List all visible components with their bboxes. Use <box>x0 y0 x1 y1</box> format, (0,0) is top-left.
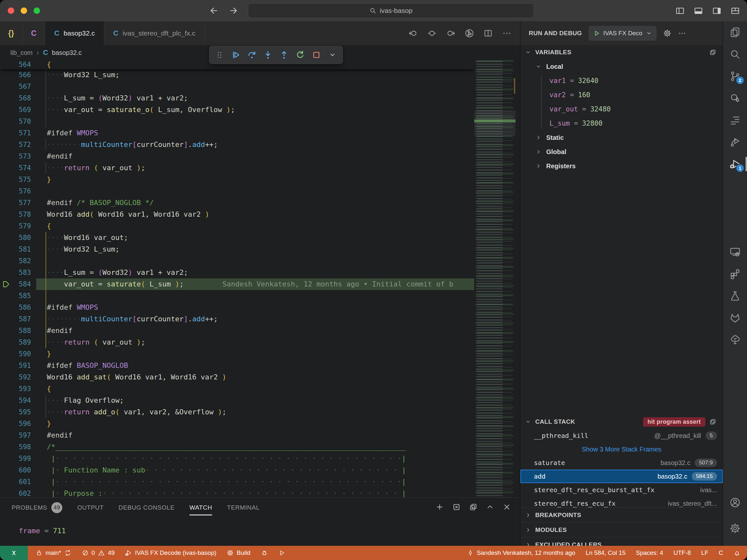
code-line[interactable]: 594····Flag Overflow; <box>0 394 474 406</box>
code-line[interactable]: 574····return ( var_out ); <box>0 162 474 174</box>
section-actions-icon[interactable] <box>709 49 716 56</box>
line-number[interactable]: 588 <box>0 325 31 336</box>
settings-gear-icon[interactable] <box>723 517 747 539</box>
line-number[interactable]: 567 <box>0 81 31 92</box>
line-number[interactable]: 598 <box>0 441 31 453</box>
debug-more-actions-icon[interactable] <box>678 29 686 37</box>
code-line[interactable]: 573#endif <box>0 151 474 162</box>
line-number[interactable]: 587 <box>0 313 31 325</box>
source-control-icon[interactable]: 2 <box>723 65 747 87</box>
line-number[interactable]: 572 <box>0 139 31 151</box>
build-status[interactable]: Build <box>227 549 250 556</box>
line-number[interactable]: 579 <box>0 220 31 232</box>
indentation[interactable]: Spaces: 4 <box>636 549 663 556</box>
stack-frame-saturate[interactable]: saturatebasop32.c507:9 <box>520 456 723 469</box>
code-editor[interactable]: 564{ 566····Word32 L_sum;567568····L_sum… <box>0 60 520 498</box>
line-number[interactable]: 575 <box>0 174 31 185</box>
variable-row[interactable]: var1 = 32640 <box>520 74 723 88</box>
line-number[interactable]: 592 <box>0 372 31 383</box>
split-editor-icon[interactable] <box>483 28 493 38</box>
line-number[interactable]: 597 <box>0 430 31 441</box>
line-number[interactable]: 581 <box>0 244 31 255</box>
history-back-icon[interactable] <box>209 6 219 16</box>
panel-chevron-up-icon[interactable] <box>486 503 494 511</box>
navigate-forward-icon[interactable] <box>446 28 456 38</box>
minimap[interactable] <box>474 60 516 498</box>
code-line[interactable]: 602 |· Purpose :· · · · · · · · · · · · … <box>0 488 474 498</box>
line-number[interactable]: 601 <box>0 476 31 488</box>
line-number[interactable]: 570 <box>0 116 31 127</box>
variables-scope-static[interactable]: Static <box>520 130 723 145</box>
code-line[interactable]: 584····var_out = saturate( L_sum );Sande… <box>0 278 474 290</box>
code-line[interactable]: 598/*___________________________________… <box>0 441 474 453</box>
explorer-icon[interactable] <box>723 21 747 43</box>
toggle-secondary-sidebar-icon[interactable] <box>712 6 721 16</box>
notifications[interactable] <box>733 549 741 556</box>
variables-section-header[interactable]: VARIABLES <box>520 45 723 59</box>
code-line[interactable]: 569····var_out = saturate_o( L_sum, Over… <box>0 104 474 116</box>
navigate-back-icon[interactable] <box>408 28 418 38</box>
eol[interactable]: LF <box>701 549 708 556</box>
code-line[interactable]: 585 <box>0 290 474 302</box>
line-number[interactable]: 600 <box>0 464 31 476</box>
code-line[interactable]: 597#endif <box>0 430 474 441</box>
navigate-position-icon[interactable] <box>427 28 437 38</box>
variables-scope-registers[interactable]: Registers <box>520 159 723 173</box>
code-line[interactable]: 600 |· Function Name : sub· · · · · · · … <box>0 464 474 476</box>
debug-config-dropdown[interactable]: IVAS FX Deco <box>589 26 656 41</box>
section-excluded-callers[interactable]: EXCLUDED CALLERS <box>520 537 723 546</box>
code-line[interactable]: 589····return ( var_out ); <box>0 336 474 348</box>
line-number[interactable]: 596 <box>0 418 31 430</box>
section-breakpoints[interactable]: BREAKPOINTS <box>520 507 723 522</box>
code-line[interactable]: 592Word16 add_sat( Word16 var1, Word16 v… <box>0 372 474 383</box>
code-line[interactable]: 588#endif <box>0 325 474 336</box>
editor-scrollbar[interactable] <box>516 60 520 498</box>
code-line[interactable]: 599 |· · · · · · · · · · · · · · · · · ·… <box>0 453 474 464</box>
line-number[interactable]: 580 <box>0 232 31 244</box>
variable-row[interactable]: var_out = 32480 <box>520 102 723 116</box>
line-number[interactable]: 574 <box>0 162 31 174</box>
toolbar-chevron-icon[interactable] <box>328 50 337 60</box>
start-debug-icon[interactable] <box>593 30 600 37</box>
stack-frame-__pthread_kill[interactable]: __pthread_kill@__pthread_kill5 <box>520 429 723 442</box>
line-number[interactable]: 590 <box>0 348 31 360</box>
line-number[interactable]: 569 <box>0 104 31 116</box>
stack-frame-stereo_dft_res_ecu_burst_att_fx[interactable]: stereo_dft_res_ecu_burst_att_fxivas... <box>520 483 723 497</box>
todo-tree-icon[interactable] <box>723 329 747 351</box>
gitlens-search-icon[interactable] <box>723 87 747 109</box>
code-line[interactable]: 576 <box>0 185 474 197</box>
commit-graph-icon[interactable] <box>465 28 474 38</box>
code-line[interactable]: 591#ifdef BASOP_NOGLOB <box>0 360 474 372</box>
code-line[interactable]: 580····Word16 var_out; <box>0 232 474 244</box>
line-number[interactable]: 593 <box>0 383 31 394</box>
bug-status[interactable] <box>261 549 268 556</box>
blame-status[interactable]: Sandesh Venkatesh, 12 months ago <box>467 549 575 556</box>
command-center-search[interactable]: ivas-basop <box>248 3 534 18</box>
panel-tab-problems[interactable]: PROBLEMS49 <box>11 502 62 513</box>
line-number[interactable]: 564 <box>0 60 31 69</box>
search-icon[interactable] <box>723 43 747 65</box>
line-number[interactable]: 599 <box>0 453 31 464</box>
close-panel-icon[interactable] <box>503 503 511 511</box>
line-number[interactable]: 602 <box>0 488 31 498</box>
line-number[interactable]: 594 <box>0 394 31 406</box>
code-line[interactable]: 593{ <box>0 383 474 394</box>
panel-tab-debug-console[interactable]: DEBUG CONSOLE <box>119 504 175 511</box>
variables-scope-global[interactable]: Global <box>520 145 723 159</box>
run-status[interactable] <box>278 549 285 556</box>
branch-status[interactable]: main* <box>35 549 71 556</box>
panel-tab-output[interactable]: OUTPUT <box>77 504 104 511</box>
stop-icon[interactable] <box>311 50 321 60</box>
code-line[interactable]: 577#endif /* BASOP_NOGLOB */ <box>0 197 474 209</box>
minimap-slider[interactable] <box>474 110 516 136</box>
line-number[interactable]: 571 <box>0 127 31 139</box>
code-line[interactable]: 572········multiCounter[currCounter].add… <box>0 139 474 151</box>
line-number[interactable]: 589 <box>0 336 31 348</box>
extensions-icon[interactable] <box>723 263 747 285</box>
line-number[interactable]: 566 <box>0 69 31 81</box>
code-line[interactable]: 568····L_sum = (Word32) var1 + var2; <box>0 92 474 104</box>
toggle-primary-sidebar-icon[interactable] <box>675 6 685 16</box>
code-line[interactable]: 567 <box>0 81 474 92</box>
variable-row[interactable]: var2 = 160 <box>520 88 723 102</box>
line-number[interactable]: 578 <box>0 209 31 220</box>
